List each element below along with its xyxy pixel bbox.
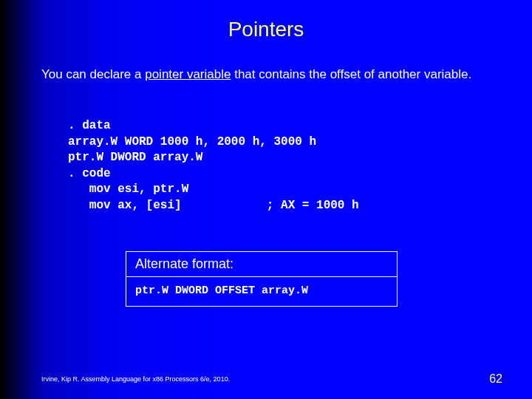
slide-title: Pointers <box>0 18 532 41</box>
slide: Pointers You can declare a pointer varia… <box>0 0 532 399</box>
alternate-format-title: Alternate format: <box>126 252 397 277</box>
alternate-format-box: Alternate format: ptr.W DWORD OFFSET arr… <box>126 251 398 307</box>
code-line-2: array.W WORD 1000 h, 2000 h, 3000 h <box>68 135 316 149</box>
alternate-format-code: ptr.W DWORD OFFSET array.W <box>126 277 397 306</box>
body-text-pre: You can declare a <box>41 67 145 81</box>
code-line-4: . code <box>68 167 111 180</box>
code-line-1: . data <box>68 119 111 132</box>
code-line-5: mov esi, ptr.W <box>68 183 188 196</box>
body-paragraph: You can declare a pointer variable that … <box>41 66 491 82</box>
body-text-post: that contains the offset of another vari… <box>231 67 471 81</box>
code-line-6: mov ax, [esi] ; AX = 1000 h <box>68 199 359 212</box>
code-line-3: ptr.W DWORD array.W <box>68 151 202 164</box>
footer-page-number: 62 <box>489 372 502 386</box>
body-text-underlined: pointer variable <box>145 67 231 81</box>
code-block: . data array.W WORD 1000 h, 2000 h, 3000… <box>68 118 359 214</box>
footer-citation: Irvine, Kip R. Assembly Language for x86… <box>41 375 230 383</box>
